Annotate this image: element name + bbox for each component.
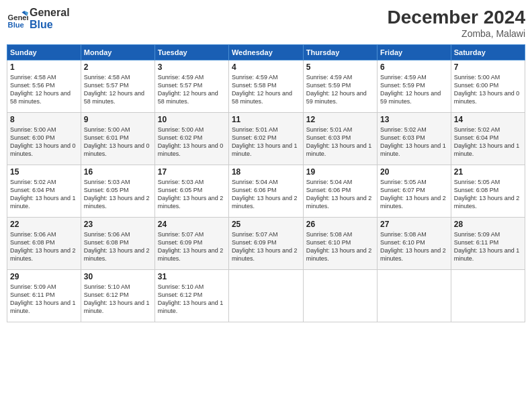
day-number: 1 (10, 62, 78, 72)
week-row-5: 29 Sunrise: 5:09 AM Sunset: 6:11 PM Dayl… (7, 270, 525, 322)
day-number: 22 (10, 220, 78, 229)
day-info: Sunrise: 5:02 AM Sunset: 6:04 PM Dayligh… (454, 126, 522, 158)
day-number: 18 (232, 167, 300, 177)
day-cell-6: 6 Sunrise: 4:59 AM Sunset: 5:59 PM Dayli… (378, 60, 451, 113)
day-info: Sunrise: 5:08 AM Sunset: 6:10 PM Dayligh… (306, 230, 374, 263)
day-number: 7 (454, 62, 522, 72)
day-cell-1: 1 Sunrise: 4:58 AM Sunset: 5:56 PM Dayli… (7, 60, 81, 113)
calendar-table: Sunday Monday Tuesday Wednesday Thursday… (7, 44, 525, 322)
day-info: Sunrise: 5:07 AM Sunset: 6:09 PM Dayligh… (232, 230, 300, 263)
day-number: 11 (232, 115, 300, 124)
day-cell-17: 17 Sunrise: 5:03 AM Sunset: 6:05 PM Dayl… (154, 165, 228, 218)
day-cell-12: 12 Sunrise: 5:01 AM Sunset: 6:03 PM Dayl… (303, 113, 377, 165)
day-cell-16: 16 Sunrise: 5:03 AM Sunset: 6:05 PM Dayl… (81, 165, 154, 218)
day-number: 19 (306, 167, 374, 177)
day-number: 14 (454, 115, 522, 124)
day-cell-26: 26 Sunrise: 5:08 AM Sunset: 6:10 PM Dayl… (303, 218, 377, 270)
svg-text:Blue: Blue (8, 20, 24, 28)
day-number: 27 (380, 220, 448, 229)
day-cell-15: 15 Sunrise: 5:02 AM Sunset: 6:04 PM Dayl… (7, 165, 81, 218)
day-number: 26 (306, 220, 374, 229)
day-info: Sunrise: 5:00 AM Sunset: 6:00 PM Dayligh… (10, 126, 78, 158)
day-info: Sunrise: 5:08 AM Sunset: 6:10 PM Dayligh… (380, 230, 448, 263)
day-cell-24: 24 Sunrise: 5:07 AM Sunset: 6:09 PM Dayl… (154, 218, 228, 270)
empty-cell (378, 270, 451, 322)
week-row-2: 8 Sunrise: 5:00 AM Sunset: 6:00 PM Dayli… (7, 113, 525, 165)
day-cell-11: 11 Sunrise: 5:01 AM Sunset: 6:02 PM Dayl… (228, 113, 303, 165)
day-cell-8: 8 Sunrise: 5:00 AM Sunset: 6:00 PM Dayli… (7, 113, 81, 165)
logo: General Blue General Blue (7, 7, 70, 30)
day-info: Sunrise: 5:01 AM Sunset: 6:02 PM Dayligh… (232, 126, 300, 158)
day-cell-21: 21 Sunrise: 5:05 AM Sunset: 6:08 PM Dayl… (451, 165, 525, 218)
logo-icon: General Blue (7, 8, 28, 30)
day-number: 6 (380, 62, 448, 72)
header-thursday: Thursday (303, 45, 377, 60)
day-cell-9: 9 Sunrise: 5:00 AM Sunset: 6:01 PM Dayli… (81, 113, 154, 165)
day-number: 10 (158, 115, 226, 124)
day-cell-13: 13 Sunrise: 5:02 AM Sunset: 6:03 PM Dayl… (378, 113, 451, 165)
empty-cell (451, 270, 525, 322)
day-cell-4: 4 Sunrise: 4:59 AM Sunset: 5:58 PM Dayli… (228, 60, 303, 113)
day-cell-19: 19 Sunrise: 5:04 AM Sunset: 6:06 PM Dayl… (303, 165, 377, 218)
month-title: December 2024 (388, 7, 525, 28)
calendar-header-row: Sunday Monday Tuesday Wednesday Thursday… (7, 45, 525, 60)
day-info: Sunrise: 5:04 AM Sunset: 6:06 PM Dayligh… (306, 178, 374, 211)
day-cell-25: 25 Sunrise: 5:07 AM Sunset: 6:09 PM Dayl… (228, 218, 303, 270)
empty-cell (303, 270, 377, 322)
day-number: 9 (84, 115, 152, 124)
day-cell-10: 10 Sunrise: 5:00 AM Sunset: 6:02 PM Dayl… (154, 113, 228, 165)
day-cell-23: 23 Sunrise: 5:06 AM Sunset: 6:08 PM Dayl… (81, 218, 154, 270)
logo-text-line1: General (30, 7, 70, 19)
page-header: General Blue General Blue December 2024 … (7, 7, 525, 39)
day-number: 8 (10, 115, 78, 124)
day-cell-31: 31 Sunrise: 5:10 AM Sunset: 6:12 PM Dayl… (154, 270, 228, 322)
day-info: Sunrise: 4:59 AM Sunset: 5:59 PM Dayligh… (306, 73, 374, 106)
day-info: Sunrise: 5:00 AM Sunset: 6:00 PM Dayligh… (454, 73, 522, 106)
day-info: Sunrise: 4:58 AM Sunset: 5:56 PM Dayligh… (10, 73, 78, 106)
day-number: 12 (306, 115, 374, 124)
day-info: Sunrise: 5:09 AM Sunset: 6:11 PM Dayligh… (454, 230, 522, 263)
day-info: Sunrise: 5:02 AM Sunset: 6:04 PM Dayligh… (10, 178, 78, 211)
day-info: Sunrise: 5:01 AM Sunset: 6:03 PM Dayligh… (306, 126, 374, 158)
day-info: Sunrise: 4:58 AM Sunset: 5:57 PM Dayligh… (84, 73, 152, 106)
header-tuesday: Tuesday (154, 45, 228, 60)
day-info: Sunrise: 5:10 AM Sunset: 6:12 PM Dayligh… (158, 283, 226, 316)
day-cell-20: 20 Sunrise: 5:05 AM Sunset: 6:07 PM Dayl… (378, 165, 451, 218)
day-cell-27: 27 Sunrise: 5:08 AM Sunset: 6:10 PM Dayl… (378, 218, 451, 270)
day-number: 5 (306, 62, 374, 72)
week-row-4: 22 Sunrise: 5:06 AM Sunset: 6:08 PM Dayl… (7, 218, 525, 270)
header-wednesday: Wednesday (228, 45, 303, 60)
day-cell-2: 2 Sunrise: 4:58 AM Sunset: 5:57 PM Dayli… (81, 60, 154, 113)
day-cell-30: 30 Sunrise: 5:10 AM Sunset: 6:12 PM Dayl… (81, 270, 154, 322)
day-number: 16 (84, 167, 152, 177)
day-number: 2 (84, 62, 152, 72)
day-number: 13 (380, 115, 448, 124)
day-info: Sunrise: 5:05 AM Sunset: 6:08 PM Dayligh… (454, 178, 522, 211)
day-info: Sunrise: 5:09 AM Sunset: 6:11 PM Dayligh… (10, 283, 78, 316)
day-info: Sunrise: 5:02 AM Sunset: 6:03 PM Dayligh… (380, 126, 448, 158)
day-cell-7: 7 Sunrise: 5:00 AM Sunset: 6:00 PM Dayli… (451, 60, 525, 113)
day-cell-3: 3 Sunrise: 4:59 AM Sunset: 5:57 PM Dayli… (154, 60, 228, 113)
day-info: Sunrise: 5:07 AM Sunset: 6:09 PM Dayligh… (158, 230, 226, 263)
title-area: December 2024 Zomba, Malawi (388, 7, 525, 39)
day-number: 25 (232, 220, 300, 229)
day-number: 29 (10, 272, 78, 281)
day-info: Sunrise: 4:59 AM Sunset: 5:59 PM Dayligh… (380, 73, 448, 106)
location: Zomba, Malawi (388, 28, 525, 39)
day-info: Sunrise: 5:00 AM Sunset: 6:01 PM Dayligh… (84, 126, 152, 158)
day-number: 23 (84, 220, 152, 229)
header-saturday: Saturday (451, 45, 525, 60)
day-cell-18: 18 Sunrise: 5:04 AM Sunset: 6:06 PM Dayl… (228, 165, 303, 218)
day-info: Sunrise: 5:06 AM Sunset: 6:08 PM Dayligh… (10, 230, 78, 263)
day-cell-14: 14 Sunrise: 5:02 AM Sunset: 6:04 PM Dayl… (451, 113, 525, 165)
header-sunday: Sunday (7, 45, 81, 60)
header-friday: Friday (378, 45, 451, 60)
day-number: 28 (454, 220, 522, 229)
day-cell-29: 29 Sunrise: 5:09 AM Sunset: 6:11 PM Dayl… (7, 270, 81, 322)
day-info: Sunrise: 4:59 AM Sunset: 5:58 PM Dayligh… (232, 73, 300, 106)
day-number: 31 (158, 272, 226, 281)
day-info: Sunrise: 5:04 AM Sunset: 6:06 PM Dayligh… (232, 178, 300, 211)
day-info: Sunrise: 5:10 AM Sunset: 6:12 PM Dayligh… (84, 283, 152, 316)
empty-cell (228, 270, 303, 322)
week-row-3: 15 Sunrise: 5:02 AM Sunset: 6:04 PM Dayl… (7, 165, 525, 218)
